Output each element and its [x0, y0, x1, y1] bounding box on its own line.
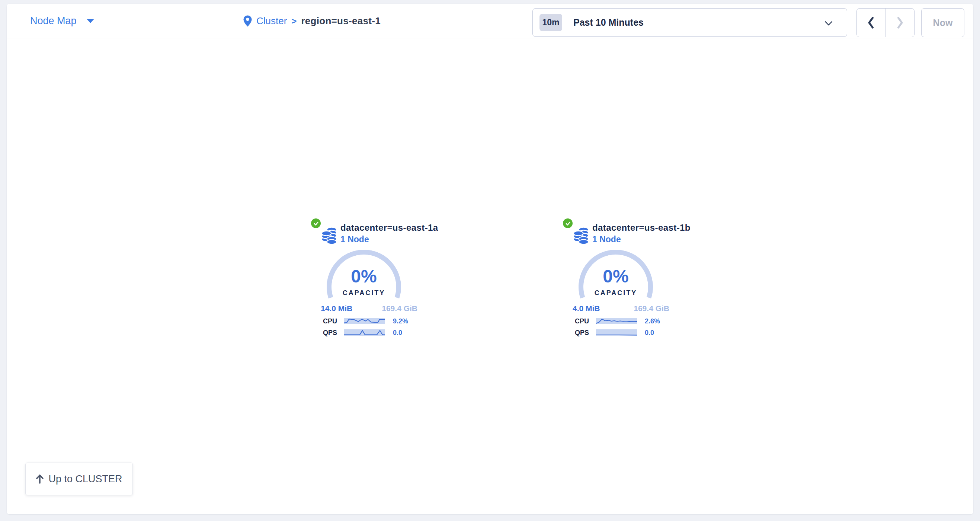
- cpu-value: 2.6%: [645, 317, 660, 325]
- header-bar: Node Map Cluster > region=us-east-1 10m …: [7, 4, 973, 38]
- capacity-gauge-arc: [576, 247, 656, 327]
- node-map-panel: Node Map Cluster > region=us-east-1 10m …: [7, 4, 973, 514]
- storage-row: 4.0 MiB 169.4 GiB: [573, 304, 669, 313]
- cpu-label: CPU: [323, 317, 344, 325]
- chevron-down-icon: [824, 21, 833, 25]
- locality-card-us-east-1b[interactable]: datacenter=us-east-1b 1 Node 0% CAPACITY…: [560, 218, 675, 343]
- qps-metric-row: QPS 0.0: [308, 329, 423, 336]
- locality-title: datacenter=us-east-1b: [592, 223, 690, 233]
- next-time-button[interactable]: [886, 8, 914, 37]
- capacity-used: 4.0 MiB: [573, 304, 600, 313]
- qps-label: QPS: [575, 329, 595, 337]
- cpu-sparkline: [344, 318, 385, 324]
- capacity-gauge-arc: [324, 247, 404, 327]
- arrow-up-icon: [36, 474, 44, 484]
- view-switcher-dropdown[interactable]: Node Map: [30, 4, 94, 38]
- qps-metric-row: QPS 0.0: [560, 329, 675, 336]
- qps-sparkline: [344, 329, 385, 336]
- chevron-right-icon: [896, 16, 904, 29]
- capacity-total: 169.4 GiB: [634, 304, 669, 313]
- time-step-buttons: [856, 8, 915, 37]
- time-window-badge: 10m: [539, 14, 562, 31]
- breadcrumb-current: region=us-east-1: [301, 15, 380, 27]
- node-map-page: { "header": { "nav_label": "Node Map", "…: [0, 0, 980, 521]
- cpu-metric-row: CPU 9.2%: [308, 317, 423, 325]
- now-button[interactable]: Now: [921, 8, 964, 37]
- locality-node-count: 1 Node: [340, 234, 369, 244]
- location-pin-icon: [243, 15, 252, 27]
- cpu-value: 9.2%: [393, 317, 408, 325]
- time-window-select[interactable]: 10m Past 10 Minutes: [532, 8, 847, 37]
- healthy-check-icon: [563, 218, 573, 228]
- cpu-metric-row: CPU 2.6%: [560, 317, 675, 325]
- storage-row: 14.0 MiB 169.4 GiB: [321, 304, 417, 313]
- database-stack-icon: [321, 227, 337, 245]
- locality-node-count: 1 Node: [592, 234, 621, 244]
- qps-value: 0.0: [645, 329, 654, 337]
- capacity-percent: 0%: [324, 266, 404, 287]
- breadcrumb: Cluster > region=us-east-1: [243, 4, 380, 38]
- time-window-label: Past 10 Minutes: [573, 17, 644, 28]
- chevron-left-icon: [867, 16, 875, 29]
- capacity-used: 14.0 MiB: [321, 304, 352, 313]
- caret-down-icon: [86, 19, 94, 24]
- capacity-total: 169.4 GiB: [382, 304, 417, 313]
- qps-label: QPS: [323, 329, 344, 337]
- capacity-caption: CAPACITY: [576, 289, 656, 297]
- breadcrumb-cluster-link[interactable]: Cluster: [256, 15, 287, 27]
- locality-title: datacenter=us-east-1a: [340, 223, 438, 233]
- node-map-canvas: datacenter=us-east-1a 1 Node 0% CAPACITY…: [7, 39, 973, 514]
- capacity-percent: 0%: [576, 266, 656, 287]
- healthy-check-icon: [311, 218, 321, 228]
- qps-value: 0.0: [393, 329, 402, 337]
- view-switcher-label: Node Map: [30, 15, 76, 27]
- up-to-cluster-button[interactable]: Up to CLUSTER: [25, 462, 133, 496]
- qps-sparkline: [596, 329, 637, 336]
- up-to-cluster-label: Up to CLUSTER: [48, 473, 122, 485]
- previous-time-button[interactable]: [857, 8, 886, 37]
- header-divider: [515, 11, 515, 33]
- breadcrumb-separator: >: [291, 16, 296, 26]
- cpu-label: CPU: [575, 317, 595, 325]
- capacity-caption: CAPACITY: [324, 289, 404, 297]
- cpu-sparkline: [596, 318, 637, 324]
- locality-card-us-east-1a[interactable]: datacenter=us-east-1a 1 Node 0% CAPACITY…: [308, 218, 423, 343]
- database-stack-icon: [573, 227, 589, 245]
